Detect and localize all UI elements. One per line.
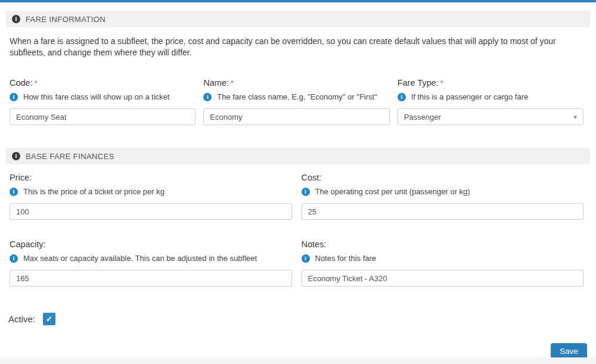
code-label: Code:* (10, 78, 195, 88)
fare-information-description: When a fare is assigned to a subfleet, t… (10, 36, 583, 58)
active-label: Active: (8, 314, 35, 324)
notes-input[interactable] (302, 270, 584, 287)
cost-hint-text: The operating cost per unit (passenger o… (315, 187, 470, 196)
fare-type-selected-value: Passenger (404, 113, 441, 122)
fare-type-field-group: Fare Type:* i If this is a passenger or … (398, 78, 583, 125)
price-hint-text: This is the price of a ticket or price p… (23, 187, 164, 196)
info-icon: i (302, 254, 310, 263)
name-field-group: Name:* i The fare class name, E.g, "Econ… (203, 78, 389, 125)
fare-type-label: Fare Type:* (398, 78, 583, 88)
form-actions: Save (0, 343, 596, 359)
cost-input[interactable] (302, 203, 584, 220)
capacity-input[interactable] (10, 270, 292, 287)
section-title: FARE INFORMATION (26, 15, 105, 24)
section-title: BASE FARE FINANCES (26, 152, 114, 161)
info-icon: i (10, 188, 18, 196)
cost-hint: i The operating cost per unit (passenger… (302, 187, 584, 196)
capacity-hint-text: Max seats or capacity available. This ca… (23, 254, 257, 263)
price-label: Price: (10, 173, 292, 182)
code-hint: i How this fare class will show up on a … (10, 92, 195, 101)
info-icon: i (302, 188, 310, 196)
chevron-down-icon: ▾ (573, 113, 577, 121)
name-input[interactable] (203, 108, 389, 125)
top-accent-bar (0, 0, 596, 2)
name-label: Name:* (203, 78, 389, 88)
code-field-group: Code:* i How this fare class will show u… (10, 78, 195, 125)
fare-information-section-header: i FARE INFORMATION (6, 11, 590, 27)
name-hint: i The fare class name, E.g, "Economy" or… (203, 92, 389, 101)
capacity-notes-row: Capacity: i Max seats or capacity availa… (0, 239, 596, 287)
name-hint-text: The fare class name, E.g, "Economy" or "… (217, 92, 377, 101)
active-checkbox[interactable]: ✓ (43, 313, 55, 325)
capacity-label: Capacity: (10, 239, 292, 249)
base-fare-finances-section-header: i BASE FARE FINANCES (6, 148, 590, 164)
footer-strip (0, 357, 596, 364)
notes-field-group: Notes: i Notes for this fare (302, 239, 584, 287)
fare-info-fields-row: Code:* i How this fare class will show u… (0, 78, 596, 125)
code-hint-text: How this fare class will show up on a ti… (23, 92, 170, 101)
notes-hint: i Notes for this fare (302, 254, 584, 263)
notes-hint-text: Notes for this fare (315, 254, 377, 263)
info-icon: i (203, 93, 212, 101)
required-marker: * (35, 79, 38, 88)
notes-label: Notes: (302, 239, 584, 249)
info-icon: i (398, 93, 406, 101)
fare-type-select[interactable]: Passenger ▾ (398, 108, 583, 125)
price-cost-row: Price: i This is the price of a ticket o… (0, 173, 596, 220)
code-input[interactable] (10, 108, 195, 125)
capacity-hint: i Max seats or capacity available. This … (10, 254, 292, 263)
info-icon: i (12, 15, 20, 23)
cost-label: Cost: (302, 173, 584, 182)
capacity-field-group: Capacity: i Max seats or capacity availa… (10, 239, 292, 287)
cost-field-group: Cost: i The operating cost per unit (pas… (302, 173, 584, 220)
active-row: Active: ✓ (0, 313, 596, 325)
price-field-group: Price: i This is the price of a ticket o… (10, 173, 292, 220)
fare-type-hint-text: If this is a passenger or cargo fare (411, 92, 529, 101)
price-hint: i This is the price of a ticket or price… (10, 187, 292, 196)
price-input[interactable] (10, 203, 292, 220)
required-marker: * (231, 79, 234, 88)
required-marker: * (440, 79, 443, 88)
info-icon: i (10, 254, 18, 263)
save-button[interactable]: Save (551, 343, 587, 359)
fare-type-hint: i If this is a passenger or cargo fare (398, 92, 583, 101)
info-icon: i (10, 93, 18, 101)
info-icon: i (12, 152, 20, 160)
